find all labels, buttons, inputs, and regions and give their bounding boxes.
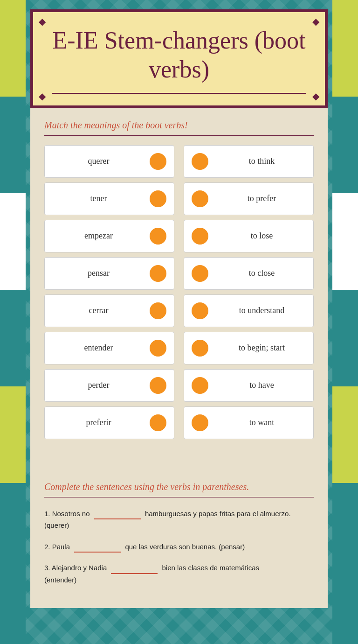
sentence-1: 1. Nosotros no hamburguesas y papas frit… xyxy=(44,507,314,532)
left-dot-8[interactable] xyxy=(150,414,166,431)
list-item[interactable]: to understand xyxy=(184,294,314,327)
list-item[interactable]: to want xyxy=(184,406,314,439)
sentence-3-before: 3. Alejandro y Nadia xyxy=(44,564,109,572)
left-dot-5[interactable] xyxy=(150,302,166,319)
list-item[interactable]: to close xyxy=(184,257,314,290)
list-item[interactable]: empezar xyxy=(44,220,174,252)
matching-section: Match the meanings of the boot verbs! qu… xyxy=(30,108,328,482)
section2-title: Complete the sentences using the verbs i… xyxy=(44,482,314,492)
sentence-1-blank[interactable] xyxy=(94,507,141,520)
right-item-8-label: to want xyxy=(218,418,306,427)
sentence-2: 2. Paula que las verduras son buenas. (p… xyxy=(44,540,314,553)
list-item[interactable]: perder xyxy=(44,369,174,402)
list-item[interactable]: cerrar xyxy=(44,294,174,327)
left-dot-4[interactable] xyxy=(150,265,166,282)
sentence-3-blank[interactable] xyxy=(111,561,158,574)
right-dot-7[interactable] xyxy=(192,377,208,394)
right-dot-1[interactable] xyxy=(192,153,208,170)
right-dot-3[interactable] xyxy=(192,228,208,245)
left-dot-1[interactable] xyxy=(150,153,166,170)
right-dot-2[interactable] xyxy=(192,190,208,207)
main-content: ◆ ◆ E-IE Stem-changers (boot verbs) Matc… xyxy=(26,0,332,608)
sidebar-left xyxy=(0,0,26,644)
left-column: querer tener empezar pensar cerrar xyxy=(44,145,174,439)
list-item[interactable]: to lose xyxy=(184,220,314,252)
title-divider xyxy=(52,93,306,94)
right-item-3-label: to lose xyxy=(218,231,306,241)
sidebar-right xyxy=(332,0,358,644)
right-dot-6[interactable] xyxy=(192,340,208,357)
left-item-6-label: entender xyxy=(52,343,145,353)
sentence-3-paren: (entender) xyxy=(44,576,76,584)
right-dot-4[interactable] xyxy=(192,265,208,282)
left-item-8-label: preferir xyxy=(52,418,145,427)
page-title: E-IE Stem-changers (boot verbs) xyxy=(52,26,306,84)
sentence-2-blank[interactable] xyxy=(74,540,121,553)
right-item-5-label: to understand xyxy=(218,306,306,315)
right-item-4-label: to close xyxy=(218,268,306,278)
left-dot-2[interactable] xyxy=(150,190,166,207)
left-item-1-label: querer xyxy=(52,156,145,166)
right-item-7-label: to have xyxy=(218,380,306,390)
matching-container: querer tener empezar pensar cerrar xyxy=(44,145,314,439)
list-item[interactable]: querer xyxy=(44,145,174,178)
sentence-1-before: 1. Nosotros no xyxy=(44,510,92,518)
list-item[interactable]: to have xyxy=(184,369,314,402)
left-dot-7[interactable] xyxy=(150,377,166,394)
left-item-4-label: pensar xyxy=(52,268,145,278)
sentence-2-after: que las verduras son buenas. (pensar) xyxy=(125,543,245,551)
list-item[interactable]: tener xyxy=(44,182,174,215)
right-item-2-label: to prefer xyxy=(218,194,306,203)
sentence-3-after: bien las clases de matemáticas xyxy=(162,564,259,572)
list-item[interactable]: to begin; start xyxy=(184,332,314,364)
right-dot-5[interactable] xyxy=(192,302,208,319)
list-item[interactable]: pensar xyxy=(44,257,174,290)
section1-title: Match the meanings of the boot verbs! xyxy=(44,120,314,131)
list-item[interactable]: entender xyxy=(44,332,174,364)
left-dot-6[interactable] xyxy=(150,340,166,357)
left-item-2-label: tener xyxy=(52,194,145,203)
left-item-5-label: cerrar xyxy=(52,306,145,315)
right-item-1-label: to think xyxy=(218,156,306,166)
corner-br-icon: ◆ xyxy=(312,91,319,102)
right-column: to think to prefer to lose to close to u… xyxy=(184,145,314,439)
sentences-section: Complete the sentences using the verbs i… xyxy=(30,482,328,609)
list-item[interactable]: to prefer xyxy=(184,182,314,215)
left-item-7-label: perder xyxy=(52,380,145,390)
title-card: ◆ ◆ E-IE Stem-changers (boot verbs) xyxy=(30,9,328,108)
list-item[interactable]: preferir xyxy=(44,406,174,439)
right-dot-8[interactable] xyxy=(192,414,208,431)
left-dot-3[interactable] xyxy=(150,228,166,245)
right-item-6-label: to begin; start xyxy=(218,343,306,353)
section1-divider xyxy=(44,135,314,136)
sentence-3: 3. Alejandro y Nadia bien las clases de … xyxy=(44,561,314,586)
section2-divider xyxy=(44,497,314,497)
left-item-3-label: empezar xyxy=(52,231,145,241)
list-item[interactable]: to think xyxy=(184,145,314,178)
sentence-2-before: 2. Paula xyxy=(44,543,72,551)
corner-bl-icon: ◆ xyxy=(39,91,46,102)
